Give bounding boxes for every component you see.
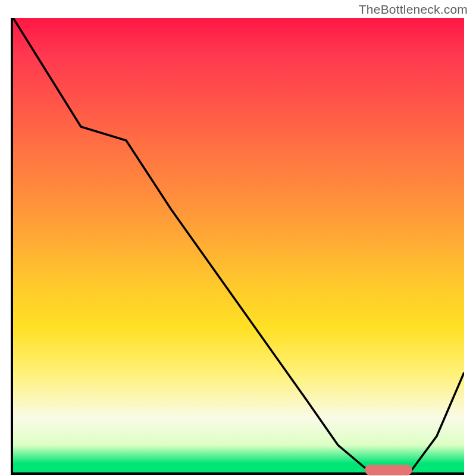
- chart-axes-frame: [11, 18, 464, 475]
- watermark-text: TheBottleneck.com: [359, 2, 468, 17]
- bottleneck-curve: [13, 18, 464, 472]
- chart-line-svg: [13, 18, 464, 472]
- optimal-range-marker: [365, 465, 412, 475]
- chart-container: TheBottleneck.com: [0, 0, 476, 476]
